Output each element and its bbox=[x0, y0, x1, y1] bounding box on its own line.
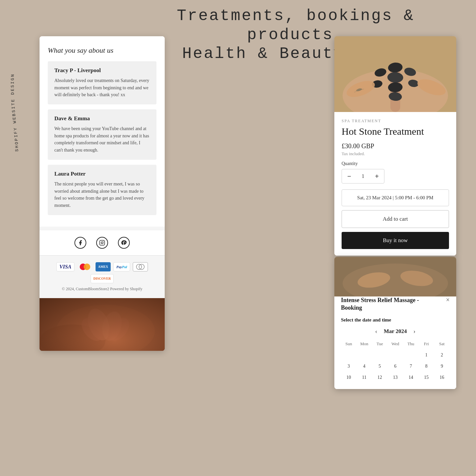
cal-day-6[interactable]: 6 bbox=[387, 362, 403, 371]
product-details: SPA TREATMENT Hot Stone Treatment £30.00… bbox=[334, 112, 456, 256]
calendar-prev-button[interactable]: ‹ bbox=[375, 328, 377, 335]
payment-icons: VISA AMEX PayPal DISCOVER bbox=[44, 262, 160, 283]
calendar-week-1: 1 2 bbox=[341, 350, 450, 360]
product-category: SPA TREATMENT bbox=[342, 119, 449, 124]
cal-day-10[interactable]: 10 bbox=[341, 373, 356, 382]
product-price: £30.00 GBP bbox=[342, 142, 449, 150]
booking-subtitle: Select the date and time bbox=[341, 317, 450, 323]
booking-modal: Intense Stress Relief Massage - Booking … bbox=[334, 290, 456, 389]
instagram-icon[interactable] bbox=[96, 237, 108, 249]
day-header-mon: Mon bbox=[356, 340, 372, 348]
reviewer-name-3: Laura Potter bbox=[54, 171, 150, 177]
quantity-label: Quantity bbox=[342, 161, 449, 166]
side-text-area: SHOPIFY WEBSITE DESIGN bbox=[5, 26, 31, 158]
reviewer-name-2: Dave & Emma bbox=[54, 115, 150, 122]
pinterest-icon[interactable] bbox=[118, 237, 130, 249]
calendar-week-3: 10 11 12 13 14 15 16 bbox=[341, 373, 450, 382]
calendar-header-row: Sun Mon Tue Wed Thu Fri Sat bbox=[341, 340, 450, 348]
footer-copyright: © 2024, CustomBloomStore2 Powered by Sho… bbox=[44, 287, 160, 295]
svg-point-7 bbox=[56, 305, 155, 351]
svg-point-10 bbox=[99, 309, 125, 343]
calendar-month: Mar 2024 bbox=[384, 328, 407, 335]
right-phone-panel: SPA TREATMENT Hot Stone Treatment £30.00… bbox=[334, 36, 456, 256]
calendar-grid: Sun Mon Tue Wed Thu Fri Sat 1 2 3 bbox=[341, 340, 450, 382]
cal-day-13[interactable]: 13 bbox=[387, 373, 403, 382]
cal-day-14[interactable]: 14 bbox=[403, 373, 419, 382]
calendar-week-2: 3 4 5 6 7 8 9 bbox=[341, 362, 450, 371]
amex-badge: AMEX bbox=[96, 262, 111, 271]
review-card-1: Tracy P - Liverpool Absolutely loved our… bbox=[48, 61, 156, 104]
cal-day-8[interactable]: 8 bbox=[419, 362, 434, 371]
tax-note: Tax included. bbox=[342, 151, 449, 156]
buy-now-button[interactable]: Buy it now bbox=[342, 232, 449, 249]
review-text-1: Absolutely loved our treatments on Satur… bbox=[54, 77, 150, 98]
bottom-image-left bbox=[40, 298, 165, 351]
day-header-thu: Thu bbox=[403, 340, 419, 348]
day-header-sat: Sat bbox=[434, 340, 450, 348]
social-row bbox=[40, 230, 165, 255]
product-image bbox=[334, 36, 456, 112]
svg-text:SHOPIFY WEBSITE DESIGN: SHOPIFY WEBSITE DESIGN bbox=[10, 73, 19, 152]
svg-rect-6 bbox=[40, 298, 165, 351]
day-header-wed: Wed bbox=[387, 340, 403, 348]
cal-day-7[interactable]: 7 bbox=[403, 362, 419, 371]
review-text-2: We have been using your YouTube channel … bbox=[54, 125, 150, 154]
cal-empty-2 bbox=[356, 350, 372, 360]
cal-day-15[interactable]: 15 bbox=[419, 373, 434, 382]
product-title: Hot Stone Treatment bbox=[342, 126, 449, 137]
booking-header: Intense Stress Relief Massage - Booking … bbox=[341, 296, 450, 312]
date-time-button[interactable]: Sat, 23 Mar 2024 | 5:00 PM - 6:00 PM bbox=[342, 189, 449, 206]
cal-empty-3 bbox=[372, 350, 387, 360]
svg-point-12 bbox=[104, 314, 133, 345]
svg-point-8 bbox=[40, 324, 105, 351]
review-text-3: The nicest people you will ever meet, I … bbox=[54, 181, 150, 209]
calendar-next-button[interactable]: › bbox=[413, 328, 415, 335]
cal-empty-5 bbox=[403, 350, 419, 360]
review-card-3: Laura Potter The nicest people you will … bbox=[48, 165, 156, 215]
cal-day-4[interactable]: 4 bbox=[356, 362, 372, 371]
cal-day-16[interactable]: 16 bbox=[434, 373, 450, 382]
day-header-fri: Fri bbox=[419, 340, 434, 348]
reviews-title: What you say about us bbox=[48, 46, 156, 55]
booking-panel: Intense Stress Relief Massage - Booking … bbox=[334, 257, 456, 389]
svg-point-11 bbox=[77, 314, 107, 345]
svg-point-9 bbox=[84, 305, 114, 343]
cal-empty-4 bbox=[387, 350, 403, 360]
quantity-increase-button[interactable]: + bbox=[370, 169, 384, 183]
day-header-sun: Sun bbox=[341, 340, 356, 348]
calendar-nav: ‹ Mar 2024 › bbox=[341, 328, 450, 335]
cal-empty-1 bbox=[341, 350, 356, 360]
quantity-decrease-button[interactable]: − bbox=[342, 169, 356, 183]
cal-day-11[interactable]: 11 bbox=[356, 373, 372, 382]
discover-badge: DISCOVER bbox=[91, 274, 114, 283]
diners-badge bbox=[133, 262, 148, 271]
quantity-value: 1 bbox=[356, 173, 370, 179]
side-text-label: SHOPIFY WEBSITE DESIGN bbox=[10, 73, 19, 152]
day-header-tue: Tue bbox=[372, 340, 387, 348]
add-to-cart-button[interactable]: Add to cart bbox=[342, 210, 449, 228]
cal-day-5[interactable]: 5 bbox=[372, 362, 387, 371]
svg-rect-1 bbox=[100, 240, 105, 245]
cal-day-12[interactable]: 12 bbox=[372, 373, 387, 382]
mastercard-badge bbox=[77, 262, 93, 271]
review-card-2: Dave & Emma We have been using your YouT… bbox=[48, 109, 156, 160]
quantity-control: − 1 + bbox=[342, 169, 384, 183]
payment-row: VISA AMEX PayPal DISCOVER © 2024, Custom… bbox=[40, 255, 165, 298]
reviewer-name-1: Tracy P - Liverpool bbox=[54, 67, 150, 74]
hot-stone-image-svg bbox=[334, 36, 456, 112]
paypal-badge: PayPal bbox=[113, 262, 130, 271]
booking-title: Intense Stress Relief Massage - Booking bbox=[341, 296, 440, 312]
cal-day-3[interactable]: 3 bbox=[341, 362, 356, 371]
cal-day-1[interactable]: 1 bbox=[419, 350, 434, 360]
cal-day-9[interactable]: 9 bbox=[434, 362, 450, 371]
cal-day-2[interactable]: 2 bbox=[434, 350, 450, 360]
svg-point-3 bbox=[103, 241, 104, 242]
visa-badge: VISA bbox=[56, 262, 74, 271]
svg-point-2 bbox=[101, 242, 103, 244]
left-phone-panel: What you say about us Tracy P - Liverpoo… bbox=[40, 36, 165, 351]
side-text-svg: SHOPIFY WEBSITE DESIGN bbox=[5, 26, 31, 158]
reviews-section: What you say about us Tracy P - Liverpoo… bbox=[40, 36, 165, 227]
booking-close-button[interactable]: × bbox=[446, 296, 450, 303]
facebook-icon[interactable] bbox=[74, 237, 86, 249]
booking-background-image bbox=[334, 257, 456, 296]
